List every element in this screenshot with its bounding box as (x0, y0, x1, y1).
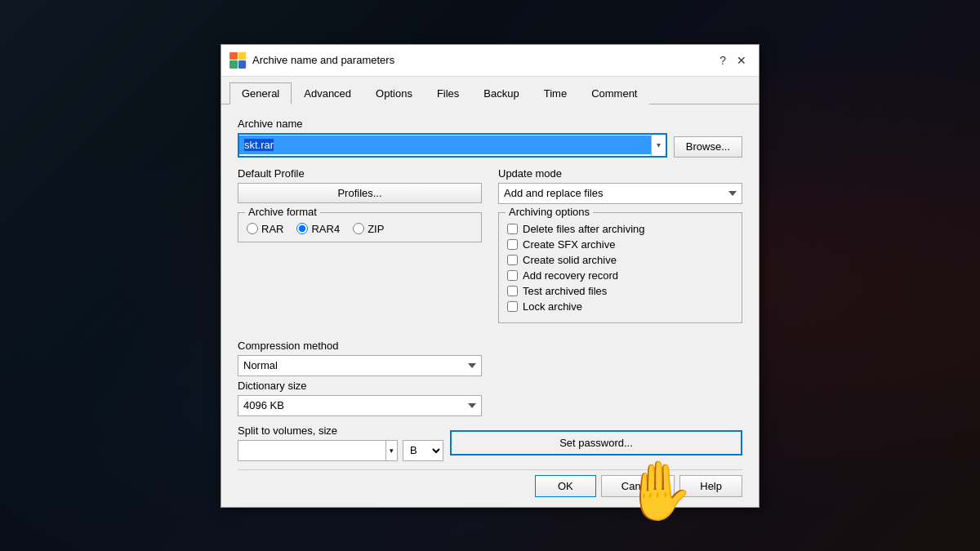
dictionary-label: Dictionary size (238, 380, 482, 392)
dictionary-section: Dictionary size 4096 KB 64 KB 128 KB 256… (238, 380, 482, 416)
split-input[interactable] (238, 442, 385, 459)
icon-cell-2 (238, 52, 247, 60)
split-input-container: ▾ (238, 440, 398, 461)
tab-options[interactable]: Options (363, 82, 425, 104)
profiles-button[interactable]: Profiles... (238, 183, 482, 203)
archive-format-groupbox: Archive format RAR RAR4 (238, 212, 482, 242)
option-sfx-check[interactable] (507, 239, 518, 250)
archiving-options-title: Archiving options (506, 206, 593, 218)
archiving-options-section: Archiving options Delete files after arc… (498, 212, 742, 331)
title-bar-right: ? ✕ (719, 51, 751, 69)
update-mode-select[interactable]: Add and replace files Update and add fil… (498, 183, 742, 204)
dictionary-select[interactable]: 4096 KB 64 KB 128 KB 256 KB 512 KB 1024 … (238, 395, 482, 416)
update-mode-dropdown-wrapper: Add and replace files Update and add fil… (498, 183, 742, 204)
cancel-button[interactable]: Cancel (601, 475, 675, 497)
tab-time[interactable]: Time (532, 82, 579, 104)
archiving-options-groupbox: Archiving options Delete files after arc… (498, 212, 742, 323)
tab-comment[interactable]: Comment (579, 82, 649, 104)
set-password-section: Set password... (450, 430, 742, 455)
format-rar-label[interactable]: RAR (247, 223, 283, 235)
ok-button[interactable]: OK (535, 475, 596, 497)
option-recovery[interactable]: Add recovery record (507, 269, 733, 282)
split-dropdown-arrow[interactable]: ▾ (385, 441, 397, 460)
archive-name-dropdown-arrow[interactable]: ▾ (651, 135, 666, 156)
bottom-buttons: OK Cancel Help (238, 469, 742, 497)
archiving-options-checkboxes: Delete files after archiving Create SFX … (507, 220, 733, 313)
archive-format-title: Archive format (245, 206, 320, 218)
tab-files[interactable]: Files (425, 82, 471, 104)
icon-cell-3 (229, 60, 238, 69)
split-password-row: Split to volumes, size ▾ B KB MB GB (238, 424, 742, 461)
icon-cell-4 (238, 60, 247, 69)
dialog-content: Archive name ▾ Browse... Default Profile… (221, 104, 759, 507)
tabs-bar: General Advanced Options Files Backup Ti… (221, 77, 759, 104)
dict-right (498, 380, 742, 416)
unit-select[interactable]: B KB MB GB (403, 440, 443, 461)
option-test[interactable]: Test archived files (507, 285, 733, 297)
compression-section: Compression method Normal Store Fastest … (238, 340, 482, 376)
dialog-wrapper: Archive name and parameters ? ✕ General … (220, 44, 760, 508)
tab-advanced[interactable]: Advanced (292, 82, 363, 104)
option-recovery-check[interactable] (507, 270, 518, 281)
browse-button[interactable]: Browse... (674, 136, 742, 158)
dictionary-row: Dictionary size 4096 KB 64 KB 128 KB 256… (238, 380, 742, 416)
compression-dict-row: Compression method Normal Store Fastest … (238, 340, 742, 376)
archive-name-section: Archive name ▾ Browse... (238, 118, 742, 158)
split-section: Split to volumes, size ▾ B KB MB GB (238, 424, 443, 461)
format-zip-radio[interactable] (353, 223, 364, 234)
close-button[interactable]: ✕ (733, 51, 751, 69)
option-test-check[interactable] (507, 286, 518, 296)
format-rar4-radio[interactable] (296, 223, 308, 234)
compression-label: Compression method (238, 340, 482, 352)
title-bar-left: Archive name and parameters (229, 52, 394, 69)
option-sfx[interactable]: Create SFX archive (507, 238, 733, 251)
format-zip-label[interactable]: ZIP (353, 223, 384, 235)
option-delete-files-check[interactable] (507, 224, 518, 234)
help-icon[interactable]: ? (719, 54, 726, 67)
split-label: Split to volumes, size (238, 424, 443, 437)
help-button[interactable]: Help (679, 475, 742, 497)
update-mode-label: Update mode (498, 167, 742, 180)
tab-general[interactable]: General (229, 82, 292, 104)
archive-dialog: Archive name and parameters ? ✕ General … (220, 44, 760, 508)
profile-update-row: Default Profile Profiles... Update mode … (238, 167, 742, 204)
update-mode-section: Update mode Add and replace files Update… (498, 167, 742, 204)
archive-name-label: Archive name (238, 118, 667, 130)
format-options-row: Archive format RAR RAR4 (238, 212, 742, 331)
format-rar-radio[interactable] (247, 223, 258, 234)
archive-name-input-container: ▾ (238, 133, 667, 158)
title-bar: Archive name and parameters ? ✕ (221, 45, 759, 77)
option-solid-check[interactable] (507, 255, 518, 265)
archive-name-input[interactable] (239, 136, 651, 154)
tab-backup[interactable]: Backup (471, 82, 531, 104)
dialog-title: Archive name and parameters (252, 54, 394, 66)
option-delete-files[interactable]: Delete files after archiving (507, 223, 733, 235)
archive-name-field-section: Archive name ▾ (238, 118, 667, 158)
option-lock-check[interactable] (507, 301, 518, 312)
archive-format-section: Archive format RAR RAR4 (238, 212, 482, 331)
split-input-row: ▾ B KB MB GB (238, 440, 443, 461)
compression-select[interactable]: Normal Store Fastest Fast Good Best (238, 355, 482, 376)
option-lock[interactable]: Lock archive (507, 300, 733, 313)
default-profile-label: Default Profile (238, 167, 482, 180)
archive-format-radio-group: RAR RAR4 ZIP (247, 220, 473, 235)
winrar-icon (229, 52, 246, 69)
option-solid[interactable]: Create solid archive (507, 254, 733, 266)
default-profile-section: Default Profile Profiles... (238, 167, 482, 204)
dict-section (498, 340, 742, 376)
set-password-button[interactable]: Set password... (450, 430, 742, 455)
format-rar4-label[interactable]: RAR4 (296, 223, 340, 235)
icon-cell-1 (229, 52, 238, 60)
